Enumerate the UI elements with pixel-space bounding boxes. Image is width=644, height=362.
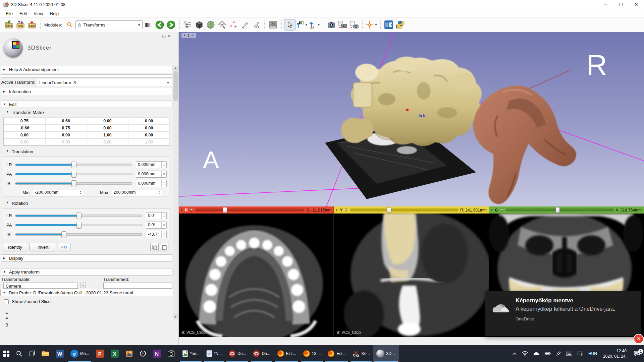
annotations-pen-icon[interactable]	[239, 19, 251, 31]
yellow-slice-slider[interactable]	[350, 208, 459, 212]
mouse-interaction-icon[interactable]	[284, 19, 296, 31]
transformed-list[interactable]	[103, 283, 172, 289]
section-transform-matrix[interactable]: ▼ Transform Matrix	[6, 110, 45, 115]
extensions-manager-icon[interactable]	[383, 19, 394, 31]
min-value[interactable]: -200.000mm▲▼	[33, 189, 83, 196]
markups-icon[interactable]: ✳✳✳	[228, 19, 239, 31]
taskbar-acrobat-1[interactable]: Do...	[225, 345, 249, 362]
max-value[interactable]: 200.000mm▲▼	[112, 189, 162, 196]
rotation-is-slider[interactable]	[15, 233, 143, 236]
transformable-list[interactable]: Camera	[3, 283, 78, 289]
minimize-button[interactable]: ─	[598, 0, 613, 9]
maximize-button[interactable]: ☐	[613, 0, 629, 9]
models-icon[interactable]	[205, 19, 216, 31]
module-search-icon[interactable]	[64, 19, 75, 31]
rotation-is-value[interactable]: -43.7°▲▼	[146, 231, 167, 238]
scene-view-restore-icon[interactable]	[348, 19, 360, 31]
section-apply-transform[interactable]: ▼ Apply transform	[1, 268, 172, 276]
slider-handle[interactable]	[71, 171, 76, 178]
scene-view-capture-icon[interactable]	[337, 19, 348, 31]
slice-pin-icon[interactable]	[190, 208, 194, 212]
taskbar-excel[interactable]: X	[107, 345, 122, 362]
slider-handle[interactable]	[555, 207, 560, 213]
taskbar-firefox-2[interactable]: 13 ...	[300, 345, 324, 362]
menu-view[interactable]: View	[31, 10, 46, 17]
taskbar-file-explorer[interactable]	[38, 345, 52, 362]
taskbar-acrobat-2[interactable]: Do...	[249, 345, 273, 362]
show-zoomed-slice-checkbox[interactable]	[4, 299, 9, 304]
translation-lr-slider[interactable]	[15, 164, 132, 166]
notification-close-button[interactable]: ✕	[634, 334, 644, 344]
active-transform-selector[interactable]: LinearTransform_3 ▼	[37, 79, 172, 86]
language-indicator[interactable]: HUN	[586, 351, 600, 356]
scroll-down-icon[interactable]: ▼	[173, 314, 178, 319]
menu-file[interactable]: File	[3, 10, 16, 17]
transfer-arrow-icon[interactable]: ▲	[80, 283, 86, 288]
volumes-icon[interactable]	[194, 19, 205, 31]
copy-matrix-icon[interactable]	[150, 243, 159, 251]
taskbar-3d-slicer[interactable]: 3D ...	[373, 345, 399, 362]
green-slice-slider[interactable]	[505, 208, 614, 212]
rotation-lr-slider[interactable]	[15, 215, 143, 217]
taskbar-firefox-3[interactable]: Edi...	[324, 345, 349, 362]
taskbar-powerpoint[interactable]: P	[93, 345, 107, 362]
dicom-icon[interactable]: DCM	[15, 19, 26, 31]
slider-handle[interactable]	[76, 213, 82, 219]
pen-workspace-icon[interactable]	[553, 351, 564, 356]
scrollbar-handle[interactable]	[173, 71, 178, 101]
taskbar-edge[interactable]: e Me...	[67, 345, 93, 362]
identity-button[interactable]: Identity	[2, 243, 28, 251]
panel-close-icon[interactable]: ✕	[168, 34, 171, 38]
section-rotation[interactable]: ▼ Rotation	[6, 201, 28, 206]
slider-handle[interactable]	[76, 222, 82, 229]
rotation-pa-slider[interactable]	[15, 224, 143, 226]
yellow-slice-view[interactable]: B: VCS_Crop	[334, 214, 489, 337]
touch-keyboard-icon[interactable]	[564, 352, 575, 356]
translation-lr-value[interactable]: 0.000mm▲▼	[136, 161, 167, 168]
section-help-acknowledgement[interactable]: ▶ Help & Acknowledgement	[1, 66, 172, 73]
taskbar-search-icon[interactable]	[13, 345, 25, 362]
taskbar-word[interactable]: W	[52, 345, 67, 362]
translation-is-slider[interactable]	[15, 182, 132, 185]
forward-icon[interactable]	[165, 19, 177, 31]
translation-is-value[interactable]: 0.000mm▲▼	[136, 180, 167, 187]
slice-pin-icon[interactable]	[344, 208, 348, 212]
section-information[interactable]: ▶ Information	[1, 88, 172, 95]
taskbar-snipping-tool[interactable]: Ké...	[349, 345, 373, 362]
slice-menu-chevron-icon[interactable]: ▼	[490, 208, 493, 212]
transforms-icon[interactable]	[216, 19, 228, 31]
window-level-icon[interactable]: ▼	[296, 19, 308, 31]
slider-handle[interactable]	[223, 207, 227, 213]
subject-hierarchy-icon[interactable]	[182, 19, 194, 31]
section-edit[interactable]: ▼ Edit	[1, 101, 172, 108]
clock[interactable]: 12:40 2020. 01. 24.	[600, 348, 630, 359]
taskbar-camera[interactable]	[164, 345, 178, 362]
segment-editor-icon[interactable]	[251, 19, 262, 31]
slider-handle[interactable]	[387, 207, 391, 213]
python-console-icon[interactable]	[394, 19, 406, 31]
taskbar-alarms-clock[interactable]	[136, 345, 150, 362]
slice-pin-icon[interactable]	[500, 208, 504, 212]
slider-handle[interactable]	[61, 231, 66, 238]
yellow-slice-bar[interactable]: ▼ Y R: 241.901mm	[334, 206, 489, 214]
module-history-icon[interactable]	[143, 19, 154, 31]
slice-menu-chevron-icon[interactable]: ▼	[180, 208, 183, 212]
translation-pa-value[interactable]: 0.000mm▲▼	[136, 171, 167, 178]
action-center-icon[interactable]: 1	[630, 351, 644, 356]
view-3d[interactable]: ▼ 1 ✛ A R Io-It	[179, 32, 644, 206]
onedrive-tray-icon[interactable]	[531, 352, 542, 356]
battery-icon[interactable]	[542, 352, 553, 355]
add-transform-button[interactable]: + ⟳	[58, 243, 70, 251]
paste-matrix-icon[interactable]	[160, 243, 168, 251]
taskbar-photos[interactable]	[122, 345, 136, 362]
panel-undock-icon[interactable]: ◱	[162, 34, 165, 38]
red-slice-bar[interactable]: ▼ R S: -21.815mm	[179, 206, 334, 214]
taskbar-onenote[interactable]: N	[150, 345, 164, 362]
view-menu-chevron-icon[interactable]: ▼	[183, 34, 186, 37]
wifi-icon[interactable]	[519, 351, 531, 356]
transform-matrix-table[interactable]: 0.750.660.000.00 -0.660.750.000.00 0.000…	[3, 117, 170, 146]
tray-expand-chevron-icon[interactable]	[510, 352, 519, 355]
screenshot-icon[interactable]	[326, 19, 337, 31]
back-icon[interactable]	[154, 19, 165, 31]
section-translation[interactable]: ▼ Translation	[6, 149, 33, 154]
